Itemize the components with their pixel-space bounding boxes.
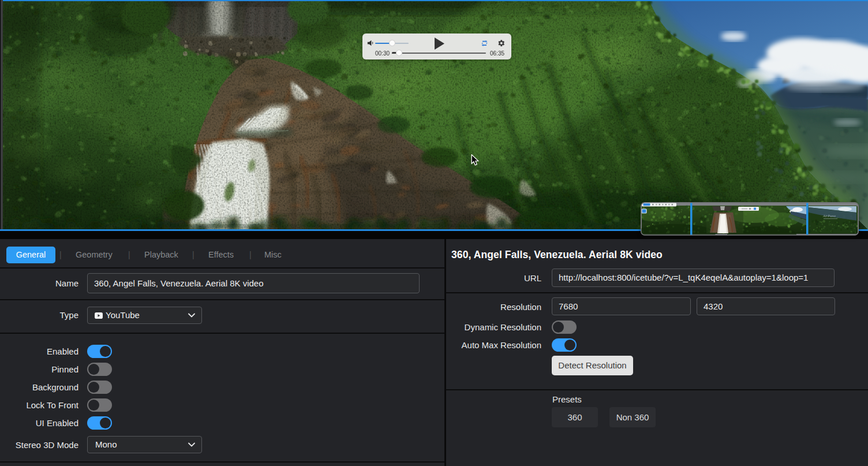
svg-text:AirPano: AirPano bbox=[822, 214, 836, 218]
